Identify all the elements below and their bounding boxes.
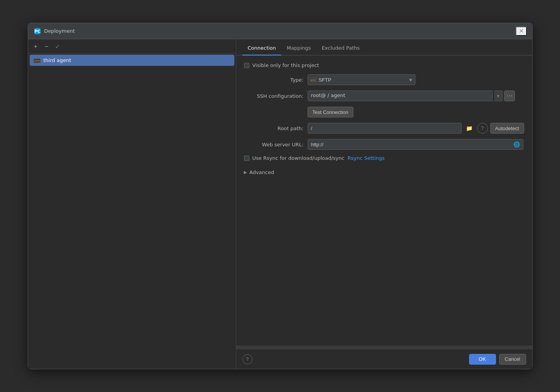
type-label: Type:: [244, 77, 304, 83]
cancel-button[interactable]: Cancel: [499, 354, 526, 365]
visible-only-checkbox[interactable]: [244, 63, 249, 68]
ssh-config-row: SSH configuration: root@ / agent ▼ ···: [244, 90, 525, 101]
rsync-settings-link[interactable]: Rsync Settings: [348, 155, 385, 161]
ssh-config-group: root@ / agent ▼ ···: [308, 90, 525, 101]
type-sftp-icon: SFTP: [310, 77, 316, 82]
rsync-row: Use Rsync for download/upload/sync Rsync…: [244, 155, 525, 161]
type-row: Type: SFTP SFTP ▼: [244, 74, 525, 85]
rsync-label: Use Rsync for download/upload/sync: [252, 155, 345, 161]
svg-text:SFTP: SFTP: [310, 79, 315, 81]
type-select-wrap: SFTP SFTP ▼: [308, 74, 415, 85]
right-panel: Connection Mappings Excluded Paths Visib…: [236, 39, 532, 369]
svg-text:SFTP: SFTP: [34, 60, 39, 62]
root-path-input[interactable]: [308, 123, 462, 134]
tab-connection[interactable]: Connection: [242, 42, 282, 55]
ok-button[interactable]: OK: [469, 354, 496, 365]
root-path-label: Root path:: [244, 126, 304, 131]
help-button[interactable]: ?: [242, 354, 252, 364]
web-url-group: 🌐: [308, 139, 523, 150]
tab-excluded-paths[interactable]: Excluded Paths: [316, 42, 365, 55]
rsync-checkbox[interactable]: [244, 156, 249, 161]
visible-only-row: Visible only for this project: [244, 62, 525, 68]
visible-only-label: Visible only for this project: [252, 62, 319, 68]
server-list: SFTP third agent: [28, 54, 236, 369]
autodetect-button[interactable]: Autodetect: [490, 123, 524, 134]
toolbar: + − ✓: [28, 39, 236, 54]
check-button[interactable]: ✓: [53, 42, 62, 51]
advanced-chevron-icon: ▶: [244, 170, 247, 175]
server-name: third agent: [44, 57, 71, 63]
deployment-dialog: PC Deployment ✕ + − ✓ SFTP: [28, 23, 533, 369]
root-path-group: 📁 ? Autodetect: [308, 123, 525, 134]
tab-mappings[interactable]: Mappings: [281, 42, 316, 55]
connection-content: Visible only for this project Type: SFTP: [236, 55, 532, 346]
test-connection-button[interactable]: Test Connection: [308, 107, 353, 117]
folder-icon: 📁: [466, 125, 473, 131]
dialog-title: Deployment: [44, 28, 516, 34]
sftp-icon: SFTP: [34, 58, 40, 63]
test-connection-row: Test Connection: [308, 107, 525, 117]
root-path-row: Root path: 📁 ? Autodetect: [244, 123, 525, 134]
web-server-url-row: Web server URL: 🌐: [244, 139, 525, 150]
ssh-config-value: root@ / agent: [308, 90, 493, 101]
ssh-config-dropdown-button[interactable]: ▼: [494, 90, 503, 101]
advanced-label: Advanced: [249, 169, 274, 175]
ssh-config-more-button[interactable]: ···: [504, 90, 515, 101]
advanced-row[interactable]: ▶ Advanced: [244, 167, 525, 178]
bottom-bar: ? OK Cancel: [236, 349, 532, 369]
ssh-config-label: SSH configuration:: [244, 93, 304, 99]
horizontal-scrollbar[interactable]: [236, 346, 532, 349]
root-path-help-button[interactable]: ?: [477, 123, 488, 134]
svg-text:PC: PC: [34, 29, 40, 34]
server-item[interactable]: SFTP third agent: [30, 55, 234, 66]
root-path-folder-button[interactable]: 📁: [464, 123, 475, 134]
main-body: + − ✓ SFTP third agent: [28, 39, 532, 369]
type-select[interactable]: SFTP: [308, 74, 415, 85]
remove-server-button[interactable]: −: [42, 42, 51, 51]
add-server-button[interactable]: +: [31, 42, 40, 51]
close-button[interactable]: ✕: [516, 27, 527, 36]
web-server-url-input[interactable]: [308, 140, 512, 149]
globe-icon: 🌐: [512, 141, 521, 147]
tabs: Connection Mappings Excluded Paths: [236, 39, 532, 55]
left-panel: + − ✓ SFTP third agent: [28, 39, 236, 369]
app-icon: PC: [34, 27, 41, 35]
titlebar: PC Deployment ✕: [28, 23, 532, 39]
web-server-url-label: Web server URL:: [244, 142, 304, 147]
